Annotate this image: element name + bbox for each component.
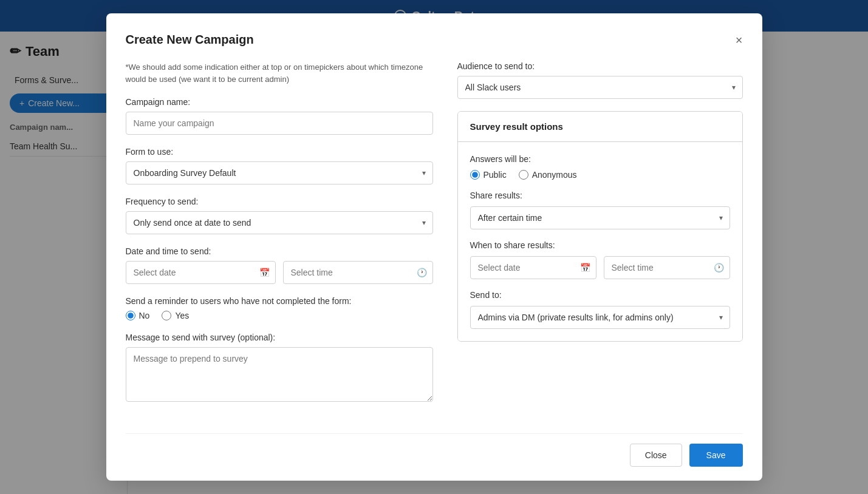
frequency-select[interactable]: Only send once at date to send: [126, 211, 433, 234]
reminder-no-option[interactable]: No: [126, 311, 150, 320]
message-textarea[interactable]: [126, 347, 433, 402]
reminder-no-radio[interactable]: [126, 311, 135, 320]
reminder-yes-radio[interactable]: [162, 311, 171, 320]
when-share-date-wrap: 📅: [470, 256, 596, 279]
message-group: Message to send with survey (optional):: [126, 333, 433, 404]
form-select-wrapper: Onboarding Survey Default ▾: [126, 161, 433, 184]
audience-select[interactable]: All Slack users: [457, 76, 743, 99]
audience-group: Audience to send to: All Slack users ▾: [457, 61, 743, 99]
survey-result-body: Answers will be: Public Anonymous: [458, 142, 742, 341]
form-to-use-group: Form to use: Onboarding Survey Default ▾: [126, 147, 433, 184]
share-results-select[interactable]: After certain time: [470, 206, 730, 229]
message-label: Message to send with survey (optional):: [126, 333, 433, 342]
timezone-note: *We should add some indication either at…: [126, 61, 433, 85]
reminder-yes-option[interactable]: Yes: [162, 311, 189, 320]
date-time-label: Date and time to send:: [126, 246, 433, 256]
answers-label: Answers will be:: [470, 154, 730, 164]
form-select[interactable]: Onboarding Survey Default: [126, 161, 433, 184]
send-to-label: Send to:: [470, 290, 730, 300]
answers-anonymous-radio[interactable]: [519, 170, 528, 180]
frequency-label: Frequency to send:: [126, 197, 433, 206]
send-to-group: Send to: Admins via DM (private results …: [470, 290, 730, 329]
when-share-group: When to share results: 📅 🕐: [470, 240, 730, 279]
modal-body: *We should add some indication either at…: [126, 61, 743, 416]
when-share-datetime-row: 📅 🕐: [470, 256, 730, 279]
modal-header: Create New Campaign ×: [126, 33, 743, 47]
date-input-wrap: 📅: [126, 261, 276, 284]
modal-footer: Close Save: [126, 433, 743, 467]
frequency-select-wrapper: Only send once at date to send ▾: [126, 211, 433, 234]
date-time-group: Date and time to send: 📅 🕐: [126, 246, 433, 284]
survey-result-title: Survey result options: [458, 112, 742, 142]
answers-public-label: Public: [484, 170, 507, 180]
share-results-select-wrapper: After certain time ▾: [470, 206, 730, 229]
share-results-label: Share results:: [470, 191, 730, 200]
send-to-select-wrapper: Admins via DM (private results link, for…: [470, 306, 730, 329]
campaign-name-label: Campaign name:: [126, 97, 433, 107]
save-button[interactable]: Save: [689, 444, 743, 467]
close-button[interactable]: Close: [630, 444, 682, 467]
date-input[interactable]: [126, 261, 276, 284]
datetime-row: 📅 🕐: [126, 261, 433, 284]
modal-title: Create New Campaign: [126, 33, 254, 47]
reminder-group: Send a reminder to users who have not co…: [126, 296, 433, 320]
when-share-time-wrap: 🕐: [604, 256, 730, 279]
modal: Create New Campaign × *We should add som…: [106, 13, 762, 481]
audience-select-wrapper: All Slack users ▾: [457, 76, 743, 99]
campaign-name-input[interactable]: [126, 112, 433, 135]
when-share-time-input[interactable]: [604, 256, 730, 279]
time-input[interactable]: [283, 261, 433, 284]
audience-label: Audience to send to:: [457, 61, 743, 71]
reminder-radio-group: No Yes: [126, 311, 433, 320]
frequency-group: Frequency to send: Only send once at dat…: [126, 197, 433, 234]
reminder-yes-label: Yes: [175, 311, 189, 320]
form-to-use-label: Form to use:: [126, 147, 433, 157]
modal-right-panel: Audience to send to: All Slack users ▾ S…: [457, 61, 743, 416]
when-share-date-input[interactable]: [470, 256, 596, 279]
answers-public-radio[interactable]: [470, 170, 480, 180]
modal-left-panel: *We should add some indication either at…: [126, 61, 433, 416]
modal-close-icon[interactable]: ×: [736, 34, 743, 46]
share-results-group: Share results: After certain time ▾: [470, 191, 730, 229]
answers-radio-group: Public Anonymous: [470, 170, 730, 180]
send-to-select[interactable]: Admins via DM (private results link, for…: [470, 306, 730, 329]
answers-anonymous-option[interactable]: Anonymous: [519, 170, 577, 180]
reminder-label: Send a reminder to users who have not co…: [126, 296, 433, 306]
modal-overlay: Create New Campaign × *We should add som…: [0, 0, 868, 494]
when-share-label: When to share results:: [470, 240, 730, 250]
campaign-name-group: Campaign name:: [126, 97, 433, 135]
answers-public-option[interactable]: Public: [470, 170, 507, 180]
answers-group: Answers will be: Public Anonymous: [470, 154, 730, 180]
answers-anonymous-label: Anonymous: [532, 170, 577, 180]
reminder-no-label: No: [139, 311, 150, 320]
survey-result-box: Survey result options Answers will be: P…: [457, 111, 743, 342]
time-input-wrap: 🕐: [283, 261, 433, 284]
